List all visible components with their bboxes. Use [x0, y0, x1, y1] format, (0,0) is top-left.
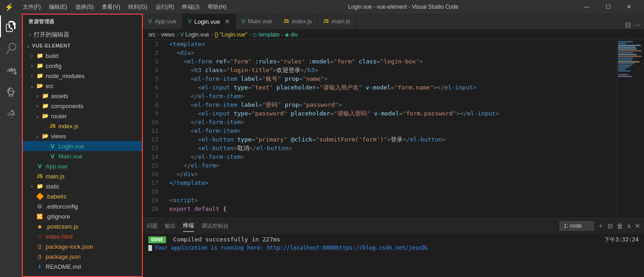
- window-controls[interactable]: — ☐ ✕: [576, 0, 639, 14]
- tree-item-main-vue[interactable]: › V Main.vue: [23, 151, 142, 161]
- tab-main-vue[interactable]: V Main.vue: [236, 14, 278, 29]
- tree-item-editorconfig[interactable]: › ⚙ .editorconfig: [23, 201, 142, 211]
- tab-actions: ⊟ ···: [621, 21, 644, 29]
- bc-sep3: ›: [211, 31, 213, 38]
- tree-item-package-json[interactable]: › {} package.json: [23, 251, 142, 261]
- label-router-index: index.js: [58, 123, 79, 130]
- bc-div[interactable]: ◈ div: [285, 31, 298, 38]
- chevron-up-button[interactable]: ∧: [627, 222, 631, 230]
- tree-item-components[interactable]: › 📁 components: [23, 101, 142, 111]
- tree-item-node-modules[interactable]: › 📁 node_modules: [23, 71, 142, 81]
- bc-sep4: ›: [249, 31, 251, 38]
- menu-file[interactable]: 文件(F): [19, 2, 44, 12]
- panel-content[interactable]: DONE Compiled successfully in 227ms 下午3:…: [143, 234, 644, 277]
- activity-search[interactable]: [0, 37, 22, 59]
- tab-index-js[interactable]: JS index.js: [278, 14, 318, 29]
- tab-label-login-vue: Login.vue: [194, 18, 220, 25]
- add-terminal-button[interactable]: ＋: [597, 222, 604, 230]
- tree-item-login-vue[interactable]: › V Login.vue: [23, 141, 142, 151]
- vue-icon-app: V: [36, 162, 44, 170]
- tree-item-package-lock[interactable]: › {} package-lock.json: [23, 241, 142, 251]
- minimize-button[interactable]: —: [576, 0, 597, 14]
- panel-tab-output[interactable]: 输出: [165, 220, 176, 232]
- panel-tab-problems[interactable]: 问题: [147, 220, 157, 232]
- menu-select[interactable]: 选择(S): [72, 2, 97, 12]
- code-content[interactable]: <template> <div> <el-form ref="form" :ru…: [166, 40, 617, 218]
- menu-run[interactable]: 运行(R): [152, 2, 178, 12]
- menu-help[interactable]: 帮助(H): [204, 2, 230, 12]
- bc-views[interactable]: views: [161, 31, 175, 38]
- bc-template[interactable]: ◇ template: [253, 31, 279, 38]
- tree-item-router-index[interactable]: › JS index.js: [23, 121, 142, 131]
- folder-icon-router: 📂: [41, 112, 49, 120]
- menu-terminal[interactable]: 终端(J): [178, 2, 203, 12]
- tree-item-postcssrc[interactable]: › ◆ .postcssrc.js: [23, 221, 142, 231]
- code-line-19: <script>: [169, 196, 617, 204]
- sidebar: 资源管理器 › 打开的编辑器 ⌄ VUE-ELEMENT › 📁 build ›…: [22, 14, 143, 277]
- project-name: VUE-ELEMENT: [32, 43, 71, 48]
- activity-explorer[interactable]: [0, 16, 22, 37]
- activity-extensions[interactable]: [0, 103, 22, 125]
- open-editors-header[interactable]: › 打开的编辑器: [26, 30, 138, 40]
- window-title: Login.vue - vue-element - Visual Studio …: [234, 4, 573, 10]
- code-line-8: <el-form-item label="密码" prop="password"…: [169, 100, 617, 109]
- tree-item-babelrc[interactable]: › 🔶 .babelrc: [23, 191, 142, 201]
- terminal-selector[interactable]: 1: node: [560, 221, 594, 230]
- label-readme: README.md: [46, 263, 81, 270]
- menu-view[interactable]: 查看(V): [98, 2, 124, 12]
- line-num-15: 15: [143, 161, 162, 170]
- split-editor-button[interactable]: ⊟: [625, 21, 631, 29]
- tree-item-build[interactable]: › 📁 build: [23, 51, 142, 61]
- tab-login-vue[interactable]: V Login.vue ✕: [183, 14, 236, 29]
- run-message: Your application is running here: http:/…: [155, 245, 336, 251]
- label-views: views: [51, 133, 66, 140]
- tree-item-main-js[interactable]: › JS main.js: [23, 171, 142, 181]
- label-node-modules: node_modules: [46, 73, 84, 79]
- panel-tab-bar: 问题 输出 终端 调试控制台 1: node ＋ ⊟ 🗑 ∧ ✕: [143, 218, 644, 234]
- bc-module[interactable]: {} "Login.vue": [215, 31, 247, 38]
- tab-close-login[interactable]: ✕: [225, 18, 230, 25]
- line-num-13: 13: [143, 144, 162, 152]
- compile-message: Compiled successfully in 227ms: [173, 236, 280, 243]
- csdn-link[interactable]: https://blog.csdn.net/jessDL: [336, 245, 428, 251]
- done-badge: DONE: [148, 236, 166, 243]
- tree-item-app-vue[interactable]: › V App.vue: [23, 161, 142, 171]
- activity-debug[interactable]: [0, 81, 22, 103]
- panel-tab-terminal[interactable]: 终端: [183, 220, 194, 232]
- arrow-router: ⌄: [34, 114, 41, 119]
- label-config: config: [46, 63, 62, 69]
- menu-edit[interactable]: 编辑(E): [45, 2, 71, 12]
- menu-goto[interactable]: 转到(G): [125, 2, 151, 12]
- project-root[interactable]: ⌄ VUE-ELEMENT: [23, 41, 142, 51]
- trash-terminal-button[interactable]: 🗑: [617, 222, 623, 230]
- bc-src[interactable]: src: [148, 31, 156, 38]
- tab-main-js[interactable]: JS main.js: [318, 14, 356, 29]
- tree-item-router[interactable]: ⌄ 📂 router: [23, 111, 142, 121]
- activity-source-control[interactable]: [0, 59, 22, 81]
- split-terminal-button[interactable]: ⊟: [607, 222, 613, 230]
- tree-item-static[interactable]: › 📁 static: [23, 181, 142, 191]
- arrow-build: ›: [28, 53, 36, 58]
- tree-item-index-html[interactable]: › ◇ index.html: [23, 231, 142, 241]
- label-main-vue: Main.vue: [58, 153, 83, 160]
- tree-item-readme[interactable]: › ℹ README.md: [23, 261, 142, 272]
- tree-item-gitignore[interactable]: › 🔀 .gitignore: [23, 211, 142, 221]
- line-num-3: 3: [143, 57, 162, 66]
- maximize-button[interactable]: ☐: [597, 0, 618, 14]
- close-panel-button[interactable]: ✕: [635, 222, 640, 230]
- readme-icon: ℹ: [36, 262, 44, 271]
- more-tabs-button[interactable]: ···: [634, 21, 640, 29]
- open-editors-section[interactable]: › 打开的编辑器: [23, 29, 142, 41]
- tree-item-src[interactable]: ⌄ 📂 src: [23, 81, 142, 91]
- bc-file[interactable]: V Login.vue: [180, 31, 209, 38]
- panel-tab-debug[interactable]: 调试控制台: [201, 220, 229, 232]
- compile-status-line: DONE Compiled successfully in 227ms 下午3:…: [148, 236, 639, 243]
- line-num-18: 18: [143, 187, 162, 196]
- tree-item-assets[interactable]: › 📁 assets: [23, 91, 142, 101]
- tree-item-views[interactable]: ⌄ 📂 views: [23, 131, 142, 141]
- label-src: src: [46, 83, 53, 89]
- menu-bar[interactable]: 文件(F) 编辑(E) 选择(S) 查看(V) 转到(G) 运行(R) 终端(J…: [19, 2, 230, 12]
- tree-item-config[interactable]: › 📁 config: [23, 61, 142, 71]
- close-button[interactable]: ✕: [618, 0, 639, 14]
- tab-app-vue[interactable]: V App.vue: [143, 14, 183, 29]
